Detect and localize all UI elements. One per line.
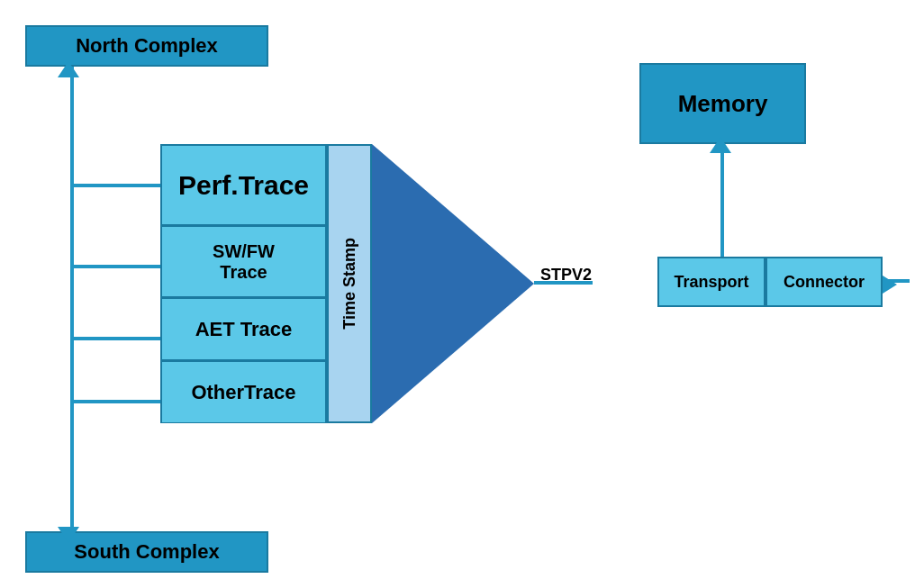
arrow-down-icon [58,527,79,543]
vertical-axis-line [70,67,74,533]
perf-trace-block: Perf.Trace [160,144,327,225]
tick-1 [72,184,162,187]
arrow-up-memory-icon [710,137,731,153]
tick-4 [72,400,162,403]
trace-blocks-container: Perf.Trace SW/FWTrace AET Trace OtherTra… [160,144,327,423]
v-line-memory [720,144,724,257]
other-trace-block: OtherTrace [160,360,327,423]
arrow-right-icon [883,276,897,294]
tick-3 [72,337,162,340]
swfw-trace-block: SW/FWTrace [160,225,327,297]
timestamp-block: Time Stamp [327,144,372,423]
north-complex-label: North Complex [76,34,218,58]
aet-trace-block: AET Trace [160,297,327,360]
connector-block: Connector [765,257,883,307]
diagram: North Complex South Complex Perf.Trace S… [0,0,924,588]
tick-2 [72,265,162,268]
arrow-up-icon [58,61,79,77]
funnel-shape [372,144,534,423]
stpv2-label: STPV2 [540,266,592,285]
transport-block: Transport [657,257,765,307]
south-complex-label: South Complex [74,540,219,564]
memory-block: Memory [639,63,806,144]
